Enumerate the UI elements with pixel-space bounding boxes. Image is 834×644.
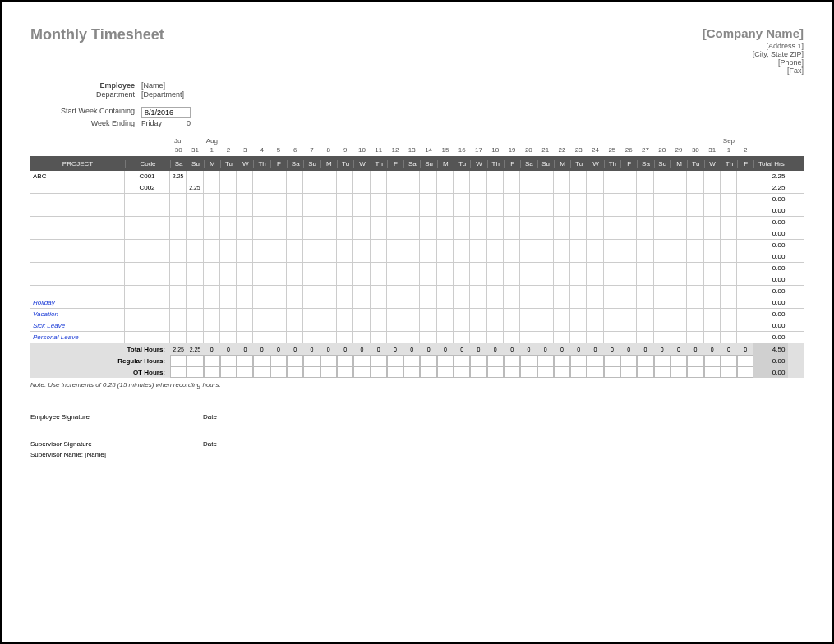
start-week-input[interactable]	[141, 107, 191, 118]
hour-cell[interactable]	[604, 297, 620, 308]
hour-cell[interactable]	[287, 332, 303, 343]
hour-cell[interactable]	[570, 194, 587, 205]
hour-cell[interactable]	[737, 240, 753, 251]
hour-cell[interactable]	[420, 240, 436, 251]
hour-cell[interactable]	[353, 194, 370, 205]
hour-cell[interactable]	[287, 228, 303, 239]
hour-cell[interactable]	[554, 320, 570, 331]
hour-cell[interactable]	[420, 309, 436, 320]
hour-cell[interactable]	[620, 205, 637, 216]
project-cell[interactable]	[30, 263, 125, 274]
hour-cell[interactable]	[237, 320, 253, 331]
hour-cell[interactable]	[604, 205, 620, 216]
ot-cell[interactable]	[487, 366, 504, 378]
hour-cell[interactable]	[520, 240, 537, 251]
hour-cell[interactable]	[570, 240, 587, 251]
ot-cell[interactable]	[287, 366, 303, 378]
regular-cell[interactable]	[520, 355, 537, 366]
hour-cell[interactable]	[570, 217, 587, 228]
hour-cell[interactable]	[187, 205, 203, 216]
hour-cell[interactable]	[353, 309, 370, 320]
regular-cell[interactable]	[220, 355, 237, 366]
hour-cell[interactable]	[170, 205, 187, 216]
hour-cell[interactable]	[587, 297, 603, 308]
hour-cell[interactable]	[253, 251, 270, 262]
project-cell[interactable]: ABC	[30, 171, 125, 182]
hour-cell[interactable]	[587, 263, 603, 274]
hour-cell[interactable]	[270, 274, 287, 285]
hour-cell[interactable]	[620, 274, 637, 285]
hour-cell[interactable]	[371, 332, 387, 343]
supervisor-signature-line[interactable]: Supervisor Signature Date	[30, 439, 277, 448]
hour-cell[interactable]	[387, 182, 403, 193]
hour-cell[interactable]	[303, 194, 320, 205]
regular-cell[interactable]	[587, 355, 603, 366]
code-cell[interactable]	[125, 286, 170, 297]
hour-cell[interactable]	[403, 320, 420, 331]
ot-cell[interactable]	[654, 366, 670, 378]
hour-cell[interactable]	[704, 297, 721, 308]
hour-cell[interactable]	[504, 228, 520, 239]
hour-cell[interactable]	[253, 320, 270, 331]
hour-cell[interactable]	[303, 274, 320, 285]
ot-cell[interactable]	[437, 366, 454, 378]
hour-cell[interactable]	[554, 194, 570, 205]
hour-cell[interactable]	[587, 182, 603, 193]
hour-cell[interactable]	[654, 217, 670, 228]
hour-cell[interactable]	[737, 309, 753, 320]
hour-cell[interactable]	[204, 194, 220, 205]
hour-cell[interactable]	[420, 217, 436, 228]
hour-cell[interactable]	[454, 309, 470, 320]
hour-cell[interactable]	[687, 240, 703, 251]
hour-cell[interactable]	[670, 332, 687, 343]
hour-cell[interactable]	[687, 309, 703, 320]
hour-cell[interactable]: 2.25	[170, 171, 187, 182]
hour-cell[interactable]	[637, 194, 653, 205]
hour-cell[interactable]	[704, 194, 721, 205]
hour-cell[interactable]	[403, 251, 420, 262]
hour-cell[interactable]	[670, 251, 687, 262]
hour-cell[interactable]	[537, 332, 554, 343]
hour-cell[interactable]	[403, 297, 420, 308]
hour-cell[interactable]	[487, 182, 504, 193]
regular-cell[interactable]	[270, 355, 287, 366]
hour-cell[interactable]	[353, 182, 370, 193]
hour-cell[interactable]	[287, 205, 303, 216]
hour-cell[interactable]	[520, 182, 537, 193]
ot-cell[interactable]	[337, 366, 353, 378]
ot-cell[interactable]	[620, 366, 637, 378]
hour-cell[interactable]	[620, 320, 637, 331]
code-cell[interactable]	[125, 240, 170, 251]
hour-cell[interactable]	[320, 240, 337, 251]
hour-cell[interactable]	[337, 217, 353, 228]
project-cell[interactable]	[30, 182, 125, 193]
hour-cell[interactable]	[520, 171, 537, 182]
hour-cell[interactable]	[253, 217, 270, 228]
project-cell[interactable]	[30, 228, 125, 239]
hour-cell[interactable]	[220, 194, 237, 205]
hour-cell[interactable]	[204, 274, 220, 285]
hour-cell[interactable]	[454, 194, 470, 205]
hour-cell[interactable]	[220, 320, 237, 331]
hour-cell[interactable]	[204, 320, 220, 331]
hour-cell[interactable]	[704, 205, 721, 216]
ot-cell[interactable]	[504, 366, 520, 378]
hour-cell[interactable]	[537, 205, 554, 216]
hour-cell[interactable]	[403, 171, 420, 182]
hour-cell[interactable]	[654, 309, 670, 320]
hour-cell[interactable]	[620, 286, 637, 297]
hour-cell[interactable]	[670, 263, 687, 274]
hour-cell[interactable]	[237, 251, 253, 262]
ot-cell[interactable]	[721, 366, 737, 378]
hour-cell[interactable]	[403, 228, 420, 239]
hour-cell[interactable]	[170, 320, 187, 331]
hour-cell[interactable]	[403, 274, 420, 285]
hour-cell[interactable]	[204, 286, 220, 297]
hour-cell[interactable]	[670, 228, 687, 239]
hour-cell[interactable]	[420, 171, 436, 182]
hour-cell[interactable]	[554, 171, 570, 182]
hour-cell[interactable]	[270, 286, 287, 297]
hour-cell[interactable]	[654, 274, 670, 285]
hour-cell[interactable]	[470, 263, 486, 274]
hour-cell[interactable]	[687, 182, 703, 193]
